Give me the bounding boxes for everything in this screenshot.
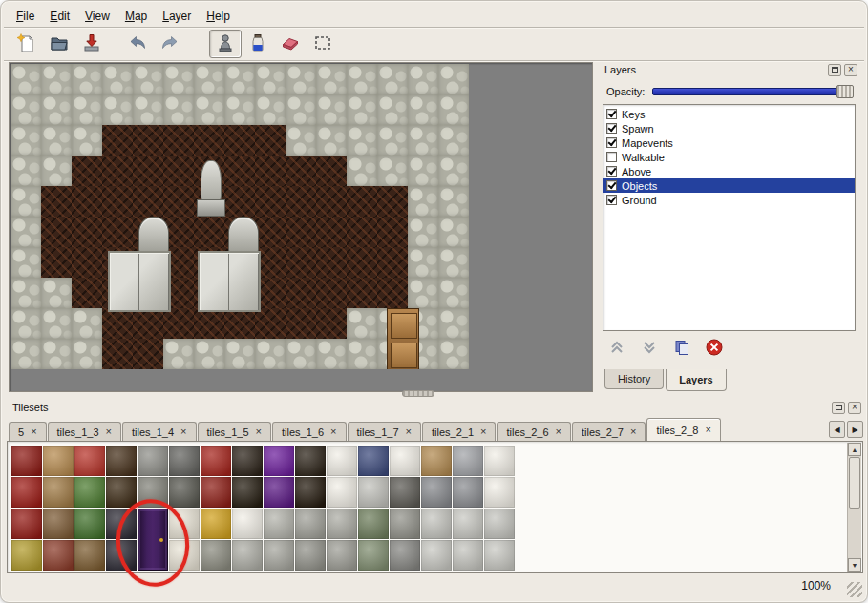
tileset-tile[interactable] <box>201 509 231 539</box>
floor-tile[interactable] <box>255 217 286 247</box>
wall-tile[interactable] <box>255 64 286 94</box>
wall-tile[interactable] <box>41 339 72 369</box>
tileset-tile[interactable] <box>421 477 452 508</box>
tileset-tile[interactable] <box>106 477 137 508</box>
floor-tile[interactable] <box>102 186 133 217</box>
wall-tile[interactable] <box>377 94 408 125</box>
tileset-tile[interactable] <box>74 446 105 476</box>
wall-tile[interactable] <box>347 94 377 125</box>
tileset-tab-tiles_2_8[interactable]: tiles_2_8× <box>646 418 720 441</box>
floor-tile[interactable] <box>286 156 316 186</box>
wall-tile[interactable] <box>41 125 72 156</box>
map-object-tombstone[interactable] <box>228 217 259 253</box>
tileset-tile[interactable] <box>232 509 263 539</box>
tileset-tile[interactable] <box>358 477 389 508</box>
wall-tile[interactable] <box>41 64 72 94</box>
save-button[interactable] <box>75 30 108 58</box>
floor-tile[interactable] <box>316 247 347 278</box>
floor-tile[interactable] <box>347 247 377 278</box>
wall-tile[interactable] <box>438 247 469 278</box>
scroll-down-button[interactable]: ▼ <box>848 558 861 572</box>
tileset-tile[interactable] <box>295 477 326 508</box>
floor-tile[interactable] <box>255 308 286 339</box>
wall-tile[interactable] <box>224 64 255 94</box>
wall-tile[interactable] <box>347 64 377 94</box>
wall-tile[interactable] <box>347 125 377 156</box>
floor-tile[interactable] <box>102 125 133 156</box>
tileset-tile[interactable] <box>232 477 263 508</box>
tileset-tile[interactable] <box>295 540 326 571</box>
tab-close-icon[interactable]: × <box>106 426 112 437</box>
tileset-tile[interactable] <box>327 509 357 539</box>
floor-tile[interactable] <box>72 247 102 278</box>
floor-tile[interactable] <box>377 278 408 308</box>
redo-button[interactable] <box>154 30 186 58</box>
tileset-tile[interactable] <box>43 477 74 508</box>
floor-tile[interactable] <box>224 125 255 156</box>
floor-tile[interactable] <box>102 156 133 186</box>
wall-tile[interactable] <box>72 125 102 156</box>
tileset-tile[interactable] <box>11 446 42 476</box>
wall-tile[interactable] <box>194 339 224 369</box>
wall-tile[interactable] <box>347 156 377 186</box>
wall-tile[interactable] <box>438 278 469 308</box>
eraser-tool-button[interactable] <box>274 30 307 58</box>
wall-tile[interactable] <box>255 339 286 369</box>
wall-tile[interactable] <box>41 156 72 186</box>
close-panel-button[interactable]: × <box>844 64 857 76</box>
tileset-tile[interactable] <box>421 446 452 476</box>
map-object-statue[interactable] <box>196 159 224 217</box>
wall-tile[interactable] <box>408 64 438 94</box>
tileset-tab-tiles_2_1[interactable]: tiles_2_1× <box>422 422 496 441</box>
tab-close-icon[interactable]: × <box>31 426 36 437</box>
wall-tile[interactable] <box>316 94 347 125</box>
tileset-tile[interactable] <box>453 477 483 508</box>
tab-close-icon[interactable]: × <box>406 426 412 437</box>
tileset-tile[interactable] <box>327 540 357 571</box>
new-file-button[interactable] <box>11 30 43 58</box>
wall-tile[interactable] <box>316 125 347 156</box>
tileset-tile[interactable] <box>201 477 231 508</box>
floor-tile[interactable] <box>102 217 133 247</box>
tileset-tile[interactable] <box>327 446 357 476</box>
tileset-tile[interactable] <box>43 509 74 539</box>
tileset-tab-tiles_1_7[interactable]: tiles_1_7× <box>348 422 421 441</box>
wall-tile[interactable] <box>41 308 72 339</box>
tileset-tab-tiles_1_4[interactable]: tiles_1_4× <box>122 422 196 441</box>
open-file-button[interactable] <box>43 30 75 58</box>
fill-tool-button[interactable] <box>242 30 274 58</box>
floor-tile[interactable] <box>194 125 224 156</box>
wall-tile[interactable] <box>163 94 194 125</box>
tileset-tile[interactable] <box>453 509 483 539</box>
floor-tile[interactable] <box>347 217 377 247</box>
menu-map[interactable]: Map <box>117 8 155 25</box>
scroll-tabs-right-button[interactable]: ▶ <box>847 421 863 438</box>
tileset-tile[interactable] <box>264 540 294 571</box>
wall-tile[interactable] <box>11 125 41 156</box>
tileset-tile[interactable] <box>264 446 294 476</box>
wall-tile[interactable] <box>102 64 133 94</box>
wall-tile[interactable] <box>408 247 438 278</box>
tab-close-icon[interactable]: × <box>480 426 486 437</box>
wall-tile[interactable] <box>11 156 41 186</box>
tileset-tile[interactable] <box>232 540 263 571</box>
floor-tile[interactable] <box>286 247 316 278</box>
wall-tile[interactable] <box>11 278 41 308</box>
floor-tile[interactable] <box>377 217 408 247</box>
menu-help[interactable]: Help <box>199 8 238 25</box>
tab-close-icon[interactable]: × <box>256 426 262 437</box>
float-panel-button[interactable] <box>828 64 841 76</box>
layer-visibility-checkbox[interactable] <box>606 180 617 191</box>
tileset-tile[interactable] <box>358 446 389 476</box>
wall-tile[interactable] <box>11 247 41 278</box>
floor-tile[interactable] <box>194 217 224 247</box>
tab-close-icon[interactable]: × <box>180 426 186 437</box>
menu-layer[interactable]: Layer <box>155 8 199 25</box>
menu-file[interactable]: File <box>9 8 42 25</box>
tileset-tile[interactable] <box>390 509 420 539</box>
wall-tile[interactable] <box>377 156 408 186</box>
tileset-tab-tiles_1_6[interactable]: tiles_1_6× <box>272 422 346 441</box>
tileset-tile[interactable] <box>295 446 326 476</box>
tileset-scrollbar[interactable]: ▲ ▼ <box>847 443 861 572</box>
menu-view[interactable]: View <box>77 8 117 25</box>
